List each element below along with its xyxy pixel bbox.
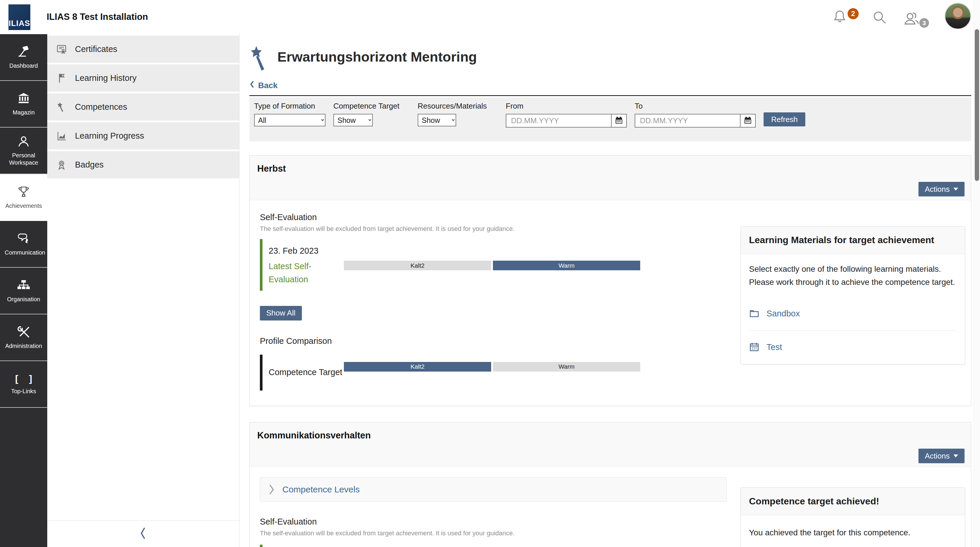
sidebar-collapse-button[interactable] xyxy=(47,520,239,547)
to-calendar-button[interactable] xyxy=(740,115,755,127)
herbst-actions-button[interactable]: Actions xyxy=(918,182,964,196)
panel-herbst: Herbst Actions Self-Evaluation The self-… xyxy=(250,155,971,406)
contacts-button[interactable] xyxy=(903,10,921,27)
vertical-scrollbar xyxy=(974,0,980,547)
bell-icon xyxy=(832,9,848,24)
filter-bar: Type of Formation All Competence Target … xyxy=(250,97,971,141)
self-evaluation-heading: Self-Evaluation xyxy=(260,517,746,526)
competence-levels-expander[interactable]: Competence Levels xyxy=(260,477,727,502)
competence-wand-icon xyxy=(250,45,269,73)
competence-target-select[interactable]: Show xyxy=(333,114,373,126)
tool-item-label: Learning Progress xyxy=(75,131,144,141)
wand-icon xyxy=(56,102,67,113)
latest-self-evaluation-link[interactable]: Latest Self-Evaluation xyxy=(269,260,344,286)
top-bar: ILIAS ILIAS 8 Test Installation 2 3 xyxy=(0,0,980,34)
panel-title: Kommunikationsverhalten xyxy=(250,423,971,441)
to-date-field xyxy=(635,114,756,128)
panel-kommunikationsverhalten: Kommunikationsverhalten Actions Competen… xyxy=(250,422,971,547)
entry-date: 23. Feb 2023 xyxy=(269,239,746,256)
tool-item-learning-history[interactable]: Learning History xyxy=(47,64,239,92)
rail-item-administration[interactable]: Administration xyxy=(0,314,47,361)
rail-item-dashboard[interactable]: Dashboard xyxy=(0,34,47,81)
folder-icon xyxy=(749,308,759,319)
lamp-icon xyxy=(17,45,30,59)
panel-herbst-header: Herbst Actions xyxy=(250,156,971,200)
tool-item-competences[interactable]: Competences xyxy=(47,93,239,121)
notifications-count-badge: 2 xyxy=(848,8,859,19)
filter-label-competence-target: Competence Target xyxy=(333,102,410,111)
from-date-input[interactable] xyxy=(506,115,611,127)
filter-label-to: To xyxy=(635,102,756,111)
caret-down-icon xyxy=(953,188,958,191)
people-icon xyxy=(903,10,921,27)
self-evaluation-entry: 23. Feb 2023 Latest Self-Evaluation Kalt… xyxy=(260,239,746,291)
test-link[interactable]: Test xyxy=(767,342,782,352)
calendar-icon xyxy=(614,116,623,126)
show-all-button[interactable]: Show All xyxy=(260,306,302,321)
material-row-sandbox[interactable]: Sandbox xyxy=(749,297,957,330)
material-row-test[interactable]: Test xyxy=(749,330,957,364)
tool-item-label: Badges xyxy=(75,160,103,170)
competence-achieved-text: You achieved the target for this compete… xyxy=(749,526,957,539)
from-date-field xyxy=(506,114,627,128)
flag-icon xyxy=(56,73,67,84)
rail-item-magazin[interactable]: Magazin xyxy=(0,81,47,128)
trophy-icon xyxy=(17,185,30,199)
search-button[interactable] xyxy=(872,10,888,26)
rail-item-organisation[interactable]: Organisation xyxy=(0,268,47,314)
contacts-count-badge: 3 xyxy=(920,18,929,28)
tool-item-badges[interactable]: Badges xyxy=(47,151,239,179)
komm-actions-button[interactable]: Actions xyxy=(918,449,964,463)
page-title: Erwartungshorizont Mentoring xyxy=(277,49,477,65)
resources-materials-select[interactable]: Show xyxy=(418,114,456,126)
tool-item-label: Learning History xyxy=(75,73,137,83)
scale-segment: Warm xyxy=(493,362,640,372)
learning-materials-title: Learning Materials for target achieve­me… xyxy=(741,226,965,254)
scale-segment: Kalt2 xyxy=(344,261,491,270)
tool-item-certificates[interactable]: Certificates xyxy=(47,36,239,63)
rail-item-personal-workspace[interactable]: Personal Workspace xyxy=(0,128,47,174)
caret-down-icon xyxy=(953,455,958,458)
tool-item-learning-progress[interactable]: Learning Progress xyxy=(47,122,239,150)
panel-title: Herbst xyxy=(250,156,971,174)
type-of-formation-select[interactable]: All xyxy=(254,114,326,126)
back-link[interactable]: Back xyxy=(250,80,278,91)
to-date-input[interactable] xyxy=(635,115,740,127)
rail-item-top-links[interactable]: [ ] Top-Links xyxy=(0,361,47,408)
from-calendar-button[interactable] xyxy=(611,115,626,127)
chart-icon xyxy=(56,131,67,142)
filter-label-type-of-formation: Type of Formation xyxy=(254,102,326,111)
refresh-button[interactable]: Refresh xyxy=(764,112,805,126)
self-evaluation-note: The self-evaluation will be excluded fro… xyxy=(260,529,746,537)
tool-item-label: Competences xyxy=(75,102,127,112)
calendar-icon xyxy=(743,116,752,126)
filter-label-from: From xyxy=(506,102,627,111)
scrollbar-thumb[interactable] xyxy=(975,29,979,181)
installation-title: ILIAS 8 Test Installation xyxy=(47,12,148,22)
rail-item-achievements[interactable]: Achievements xyxy=(0,174,47,221)
ilias-logo[interactable]: ILIAS xyxy=(8,5,30,30)
chevron-left-icon xyxy=(250,80,255,91)
profile-comparison-heading: Profile Comparison xyxy=(260,336,746,346)
bank-icon xyxy=(17,92,30,105)
chevron-left-icon xyxy=(138,526,149,542)
notifications-button[interactable] xyxy=(832,9,848,24)
chat-bubbles-icon xyxy=(17,232,30,246)
entry-date: 16. Jan 2019 xyxy=(269,545,746,547)
self-evaluation-scale: Kalt2 Warm xyxy=(344,261,640,270)
learning-materials-intro: Select exactly one of the following lear… xyxy=(749,263,957,289)
scale-segment: Warm xyxy=(493,261,640,270)
competence-target-label: Competence Target xyxy=(269,366,344,379)
sandbox-link[interactable]: Sandbox xyxy=(767,309,800,319)
scale-segment: Kalt2 xyxy=(344,362,491,372)
certificate-icon xyxy=(56,44,67,55)
brackets-icon: [ ] xyxy=(11,373,36,384)
tool-item-label: Certificates xyxy=(75,45,117,54)
chevron-right-icon xyxy=(268,484,275,495)
rail-item-communication[interactable]: Communication xyxy=(0,221,47,268)
learning-materials-card: Learning Materials for target achieve­me… xyxy=(741,226,965,364)
panel-komm-header: Kommunikationsverhalten Actions xyxy=(250,423,971,467)
main-content: Erwartungshorizont Mentoring Back Type o… xyxy=(239,34,974,547)
competence-levels-label: Competence Levels xyxy=(282,485,360,494)
user-avatar[interactable] xyxy=(944,3,971,29)
